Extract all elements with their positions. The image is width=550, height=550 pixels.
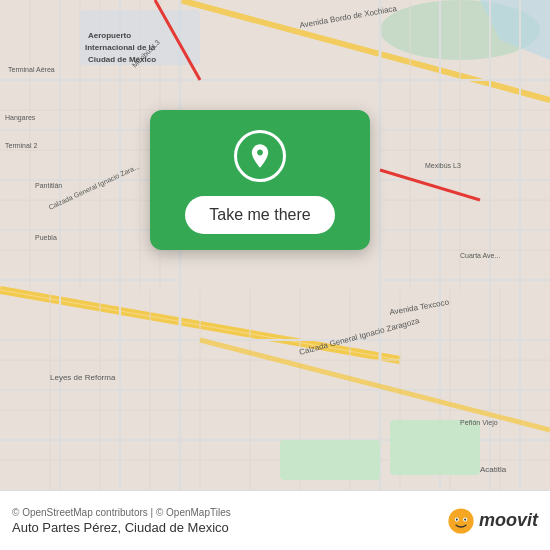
svg-rect-54: [280, 440, 380, 480]
take-me-there-button[interactable]: Take me there: [185, 196, 334, 234]
svg-text:Terminal 2: Terminal 2: [5, 142, 37, 149]
svg-text:Puebla: Puebla: [35, 234, 57, 241]
svg-point-81: [464, 518, 466, 520]
pin-icon-wrap: [234, 130, 286, 182]
footer: © OpenStreetMap contributors | © OpenMap…: [0, 490, 550, 550]
place-name: Auto Partes Pérez, Ciudad de Mexico: [12, 520, 231, 535]
svg-text:Terminal Aérea: Terminal Aérea: [8, 66, 55, 73]
moovit-text: moovit: [479, 510, 538, 531]
svg-text:Internacional de la: Internacional de la: [85, 43, 156, 52]
map-container: Avenida Bordo de Xochiaca Calzada Genera…: [0, 0, 550, 490]
svg-text:Acatitla: Acatitla: [480, 465, 507, 474]
location-pin-icon: [246, 142, 274, 170]
svg-text:Hangares: Hangares: [5, 114, 36, 122]
svg-point-80: [456, 518, 458, 520]
svg-text:Ciudad de México: Ciudad de México: [88, 55, 156, 64]
action-card: Take me there: [150, 110, 370, 250]
moovit-logo: moovit: [447, 507, 538, 535]
svg-text:Cuarta Ave...: Cuarta Ave...: [460, 252, 500, 259]
svg-text:Pantitlán: Pantitlán: [35, 182, 62, 189]
svg-text:Aeropuerto: Aeropuerto: [88, 31, 131, 40]
svg-text:Peñón Viejo: Peñón Viejo: [460, 419, 498, 427]
moovit-icon: [447, 507, 475, 535]
attribution: © OpenStreetMap contributors | © OpenMap…: [12, 507, 231, 518]
svg-text:Leyes de Reforma: Leyes de Reforma: [50, 373, 116, 382]
svg-text:Mexibús L3: Mexibús L3: [425, 162, 461, 169]
footer-left: © OpenStreetMap contributors | © OpenMap…: [12, 507, 231, 535]
svg-rect-53: [390, 420, 480, 475]
svg-point-77: [448, 508, 473, 533]
app: Avenida Bordo de Xochiaca Calzada Genera…: [0, 0, 550, 550]
